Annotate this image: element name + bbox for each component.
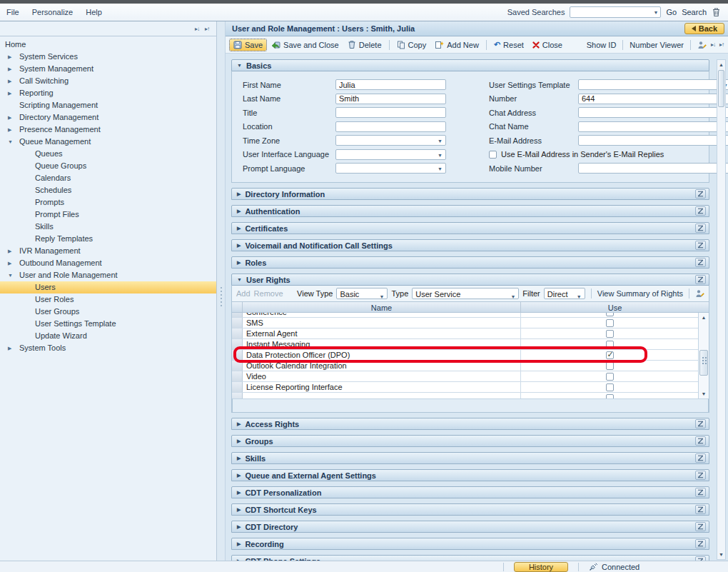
text-input[interactable] bbox=[336, 108, 445, 117]
row-selector-cell[interactable] bbox=[232, 361, 243, 371]
menu-help[interactable]: Help bbox=[79, 8, 108, 16]
text-input[interactable] bbox=[336, 150, 445, 159]
text-input[interactable] bbox=[336, 80, 445, 89]
scroll-up-icon[interactable]: ▲ bbox=[717, 60, 725, 69]
row-selector-cell[interactable] bbox=[232, 371, 243, 381]
add-new-button[interactable]: Add New bbox=[431, 39, 482, 51]
tree-item[interactable]: Calendars bbox=[0, 172, 216, 184]
text-input[interactable] bbox=[579, 136, 728, 145]
tree-item[interactable]: Call Switching bbox=[0, 75, 216, 87]
go-button[interactable]: Go bbox=[666, 8, 677, 16]
section-header[interactable]: ▶ CDT Directory bbox=[231, 521, 709, 533]
field-input[interactable] bbox=[335, 149, 446, 160]
tree-item[interactable]: Queues bbox=[0, 148, 216, 160]
number-field[interactable] bbox=[578, 94, 728, 104]
section-header[interactable]: ▶ Voicemail and Notification Call Settin… bbox=[231, 239, 709, 251]
tree-item[interactable]: User Roles bbox=[0, 293, 216, 306]
tree-item[interactable]: Presence Management bbox=[0, 124, 216, 136]
saved-searches-input[interactable] bbox=[570, 7, 649, 17]
tree-item[interactable]: User Groups bbox=[0, 306, 216, 318]
section-header[interactable]: ▶ Recording bbox=[231, 538, 709, 550]
tree-item[interactable]: Users bbox=[0, 281, 216, 293]
copy-button[interactable]: Copy bbox=[393, 39, 430, 51]
tree-item[interactable]: Directory Management bbox=[0, 111, 216, 124]
section-header[interactable]: ▶ CDT Shortcut Keys bbox=[231, 503, 709, 516]
text-input[interactable] bbox=[336, 164, 445, 173]
table-row[interactable] bbox=[232, 393, 698, 398]
maximize-section-icon[interactable] bbox=[695, 522, 706, 531]
tree-item[interactable]: Reporting bbox=[0, 87, 216, 99]
maximize-section-icon[interactable] bbox=[695, 224, 706, 233]
close-button[interactable]: Close bbox=[529, 39, 566, 51]
section-header[interactable]: ▶ CDT Phone Settings bbox=[231, 555, 709, 561]
row-selector-cell[interactable] bbox=[232, 350, 243, 360]
section-header[interactable]: ▶ Groups bbox=[231, 435, 709, 447]
table-row[interactable]: Data Protection Officer (DPO) bbox=[232, 350, 698, 361]
chat-address-field[interactable] bbox=[578, 107, 728, 118]
row-selector-cell[interactable] bbox=[232, 393, 243, 398]
tree-item[interactable]: System Services bbox=[0, 51, 216, 63]
table-row[interactable]: Instant Messaging bbox=[232, 339, 698, 350]
reset-button[interactable]: ↶ Reset bbox=[490, 39, 527, 51]
use-checkbox[interactable] bbox=[606, 351, 614, 359]
tree-item[interactable]: Prompt Files bbox=[0, 209, 216, 221]
email-replies-checkbox[interactable] bbox=[489, 151, 497, 159]
maximize-section-icon[interactable] bbox=[695, 471, 706, 480]
saved-searches-combobox[interactable]: ▼ bbox=[570, 6, 661, 18]
text-input[interactable] bbox=[336, 122, 445, 131]
collapse-all-icon[interactable]: ▸↓ bbox=[195, 26, 199, 32]
section-header-user-rights[interactable]: ▼ User Rights bbox=[231, 274, 709, 286]
text-input[interactable] bbox=[336, 94, 445, 104]
scroll-up-icon[interactable]: ▲ bbox=[699, 313, 709, 322]
tree-item[interactable]: User Settings Template bbox=[0, 318, 216, 330]
use-checkbox[interactable] bbox=[606, 373, 614, 381]
section-header[interactable]: ▶ Skills bbox=[231, 452, 709, 464]
menu-personalize[interactable]: Personalize bbox=[26, 8, 79, 16]
expand-all-icon[interactable]: ▸↑ bbox=[719, 41, 724, 48]
back-button[interactable]: Back bbox=[684, 23, 724, 34]
expand-all-icon[interactable]: ▸↑ bbox=[205, 26, 209, 32]
edit-person-icon[interactable] bbox=[697, 41, 707, 49]
remove-button[interactable]: Remove bbox=[254, 289, 283, 298]
field-input[interactable] bbox=[335, 135, 446, 146]
use-checkbox[interactable] bbox=[606, 394, 614, 399]
table-row[interactable]: SMS bbox=[232, 318, 698, 328]
maximize-section-icon[interactable] bbox=[695, 419, 706, 428]
use-checkbox[interactable] bbox=[606, 341, 614, 348]
chevron-down-icon[interactable]: ▼ bbox=[654, 10, 659, 15]
maximize-section-icon[interactable] bbox=[695, 241, 706, 250]
tree-item[interactable]: Schedules bbox=[0, 184, 216, 196]
field-input[interactable] bbox=[335, 79, 446, 90]
field-input[interactable] bbox=[335, 163, 446, 174]
section-header[interactable]: ▶ Access Rights bbox=[231, 418, 709, 430]
maximize-section-icon[interactable] bbox=[695, 453, 706, 463]
tree-item[interactable]: Skills bbox=[0, 221, 216, 233]
save-button[interactable]: Save bbox=[230, 39, 266, 51]
email-field[interactable] bbox=[578, 135, 728, 146]
text-input[interactable] bbox=[579, 80, 728, 89]
tree-item[interactable]: IVR Management bbox=[0, 245, 216, 257]
type-select[interactable]: User Service bbox=[412, 288, 519, 299]
tree-item[interactable]: Prompts bbox=[0, 196, 216, 209]
sidebar-splitter[interactable] bbox=[217, 21, 226, 561]
tree-item[interactable]: Scripting Management bbox=[0, 99, 216, 111]
column-header-name[interactable]: Name bbox=[243, 302, 521, 312]
maximize-section-icon[interactable] bbox=[695, 488, 706, 497]
section-header[interactable]: ▶ Authentication bbox=[231, 205, 709, 217]
tree-item[interactable]: System Tools bbox=[0, 342, 216, 354]
text-input[interactable] bbox=[579, 122, 728, 131]
table-row[interactable]: Video bbox=[232, 371, 698, 382]
tree-item[interactable]: User and Role Management bbox=[0, 269, 216, 281]
text-input[interactable] bbox=[579, 94, 728, 104]
table-row[interactable]: Outlook Calendar Integration bbox=[232, 361, 698, 371]
scrollbar-thumb[interactable] bbox=[718, 70, 724, 107]
section-header[interactable]: ▶ Queue and External Agent Settings bbox=[231, 469, 709, 481]
menu-file[interactable]: File bbox=[0, 8, 26, 16]
use-checkbox[interactable] bbox=[606, 319, 614, 327]
maximize-section-icon[interactable] bbox=[695, 258, 706, 267]
save-and-close-button[interactable]: Save and Close bbox=[268, 39, 343, 51]
text-input[interactable] bbox=[579, 164, 728, 173]
row-selector-cell[interactable] bbox=[232, 313, 243, 317]
row-selector-cell[interactable] bbox=[232, 339, 243, 349]
tree-item[interactable]: Outbound Management bbox=[0, 257, 216, 269]
